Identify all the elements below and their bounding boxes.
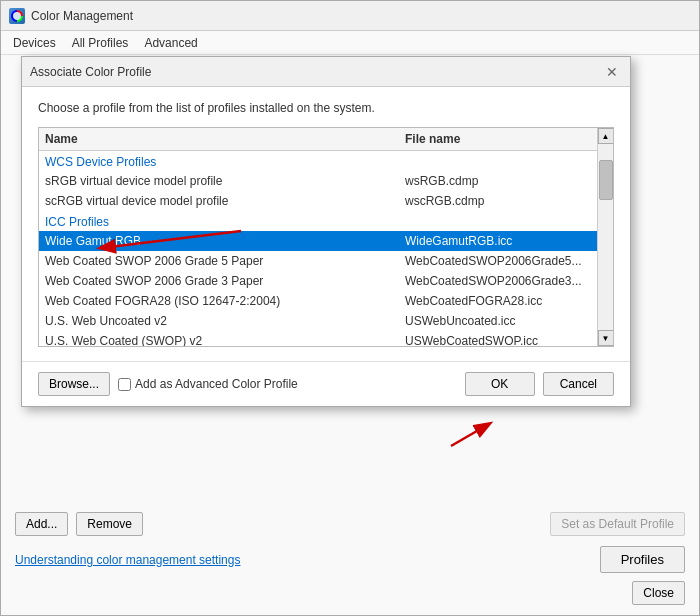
- main-bottom-actions: Add... Remove Set as Default Profile: [15, 512, 685, 536]
- scrollbar-up[interactable]: ▲: [598, 128, 614, 144]
- table-row[interactable]: Web Coated SWOP 2006 Grade 3 Paper WebCo…: [39, 271, 597, 291]
- svg-line-2: [451, 424, 489, 446]
- table-scrollbar[interactable]: ▲ ▼: [597, 128, 613, 346]
- ok-button[interactable]: OK: [465, 372, 535, 396]
- color-management-link[interactable]: Understanding color management settings: [15, 553, 240, 567]
- dialog-bottom-left: Browse... Add as Advanced Color Profile: [38, 372, 298, 396]
- advanced-profile-checkbox[interactable]: [118, 378, 131, 391]
- add-button[interactable]: Add...: [15, 512, 68, 536]
- table-row[interactable]: scRGB virtual device model profile wscRG…: [39, 191, 597, 211]
- scrollbar-thumb[interactable]: [599, 160, 613, 200]
- dialog-body: Choose a profile from the list of profil…: [22, 87, 630, 361]
- advanced-profile-checkbox-label[interactable]: Add as Advanced Color Profile: [118, 377, 298, 391]
- col-header-name: Name: [45, 132, 405, 146]
- table-row[interactable]: U.S. Web Uncoated v2 USWebUncoated.icc: [39, 311, 597, 331]
- main-bottom-link-row: Understanding color management settings …: [15, 546, 685, 573]
- main-bottom: Add... Remove Set as Default Profile Und…: [1, 504, 699, 615]
- main-menu-bar: Devices All Profiles Advanced: [1, 31, 699, 55]
- dialog-title-bar: Associate Color Profile ✕: [22, 57, 630, 87]
- table-row[interactable]: U.S. Web Coated (SWOP) v2 USWebCoatedSWO…: [39, 331, 597, 346]
- main-window: Color Management Devices All Profiles Ad…: [0, 0, 700, 616]
- table-header: Name File name: [39, 128, 597, 151]
- table-row[interactable]: Web Coated SWOP 2006 Grade 5 Paper WebCo…: [39, 251, 597, 271]
- menu-advanced[interactable]: Advanced: [136, 34, 205, 52]
- main-title-bar: Color Management: [1, 1, 699, 31]
- table-row[interactable]: Web Coated FOGRA28 (ISO 12647-2:2004) We…: [39, 291, 597, 311]
- associate-color-profile-dialog: Associate Color Profile ✕ Choose a profi…: [21, 56, 631, 407]
- col-header-filename: File name: [405, 132, 591, 146]
- app-icon: [9, 8, 25, 24]
- set-default-button[interactable]: Set as Default Profile: [550, 512, 685, 536]
- dialog-close-button[interactable]: ✕: [602, 62, 622, 82]
- profile-table[interactable]: Name File name WCS Device Profiles sRGB …: [39, 128, 597, 346]
- close-main-button[interactable]: Close: [632, 581, 685, 605]
- scrollbar-down[interactable]: ▼: [598, 330, 614, 346]
- category-icc: ICC Profiles: [39, 211, 597, 231]
- dialog-description: Choose a profile from the list of profil…: [38, 101, 614, 115]
- menu-devices[interactable]: Devices: [5, 34, 64, 52]
- category-wcs: WCS Device Profiles: [39, 151, 597, 171]
- main-bottom-close-row: Close: [15, 581, 685, 605]
- profile-table-container: Name File name WCS Device Profiles sRGB …: [38, 127, 614, 347]
- table-row[interactable]: sRGB virtual device model profile wsRGB.…: [39, 171, 597, 191]
- browse-button[interactable]: Browse...: [38, 372, 110, 396]
- table-row-selected[interactable]: Wide Gamut RGB WideGamutRGB.icc: [39, 231, 597, 251]
- cancel-button[interactable]: Cancel: [543, 372, 614, 396]
- menu-all-profiles[interactable]: All Profiles: [64, 34, 137, 52]
- profiles-button[interactable]: Profiles: [600, 546, 685, 573]
- dialog-title: Associate Color Profile: [30, 65, 151, 79]
- remove-button[interactable]: Remove: [76, 512, 143, 536]
- dialog-bottom: Browse... Add as Advanced Color Profile …: [22, 361, 630, 406]
- main-title: Color Management: [31, 9, 133, 23]
- dialog-bottom-right: OK Cancel: [465, 372, 614, 396]
